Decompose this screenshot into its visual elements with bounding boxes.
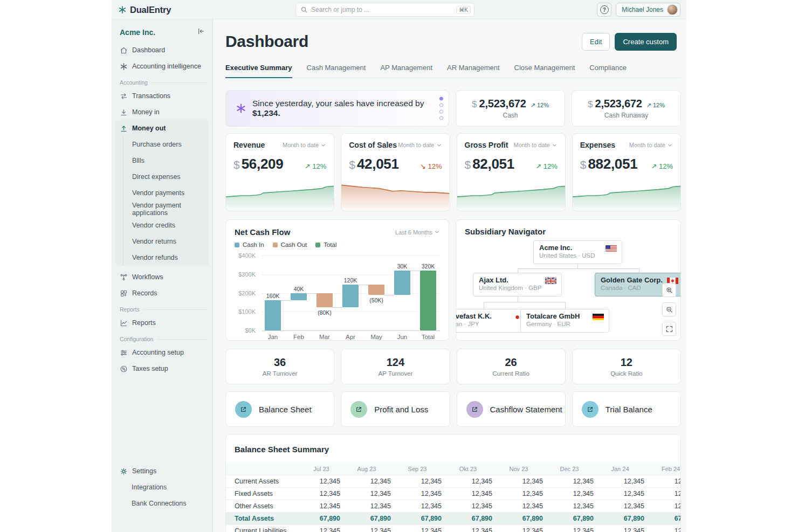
tab-ar-management[interactable]: AR Management [447, 64, 500, 78]
uk-flag-icon [545, 277, 556, 284]
balance-sheet-summary-card: Balance Sheet Summary Jul 23Aug 23Sep 23… [225, 434, 681, 532]
subsidiary-node-totalcare[interactable]: Totalcare GmbH Germany · EUR [520, 309, 609, 333]
subsidiary-navigator-title: Subsidiary Navigator [465, 227, 546, 236]
edit-button[interactable]: Edit [582, 33, 610, 51]
sidebar-item-reports[interactable]: Reports [112, 315, 212, 331]
spark-icon [120, 63, 128, 71]
tab-ap-management[interactable]: AP Management [380, 64, 432, 78]
legend-cash-in: Cash In [235, 241, 264, 248]
tab-close-management[interactable]: Close Management [514, 64, 575, 78]
sidebar-item-settings[interactable]: Settings [112, 463, 212, 479]
x-axis-label: May [363, 334, 389, 340]
sidebar-item-money-in[interactable]: Money in [112, 104, 212, 120]
header-cell: Sep 23 [392, 466, 443, 472]
y-axis-tick: $100K [235, 308, 256, 315]
zoom-out-button[interactable] [662, 302, 676, 316]
sidebar-item-vendor-credits[interactable]: Vendor credits [123, 217, 209, 233]
cost-of-sales-period-dropdown[interactable]: Month to date [398, 142, 442, 148]
balance-sheet-link[interactable]: Balance Sheet [225, 391, 334, 427]
tab-compliance[interactable]: Compliance [589, 64, 627, 78]
pager-dot[interactable] [439, 116, 443, 120]
org-connector [518, 268, 518, 273]
insight-banner: Since yesterday, your sales have increas… [225, 90, 449, 127]
records-icon [120, 289, 128, 298]
trial-balance-link[interactable]: Trial Balance [572, 391, 681, 427]
zoom-in-button[interactable] [662, 283, 676, 297]
org-connector [484, 302, 565, 302]
tab-executive-summary[interactable]: Executive Summary [225, 64, 292, 78]
profit-and-loss-link[interactable]: Profit and Loss [341, 391, 450, 427]
sidebar-item-integrations[interactable]: Integrations [112, 479, 212, 495]
search-placeholder: Search or jump to ... [311, 6, 456, 13]
quick-ratio-card: 12Quick Ratio [572, 349, 681, 384]
sidebar-item-accounting-intelligence[interactable]: Accounting intelligence [112, 58, 212, 74]
sidebar-item-accounting-setup[interactable]: Accounting setup [112, 344, 212, 361]
external-link-icon [350, 401, 367, 418]
subsidiary-node-ajax[interactable]: Ajax Ltd. United Kingdom · GBP [473, 273, 562, 296]
sidebar-item-taxes-setup[interactable]: Taxes setup [112, 361, 212, 377]
subsidiary-node-movefast[interactable]: Movefast K.K. Japan · JPY [456, 309, 528, 333]
net-cash-flow-period-dropdown[interactable]: Last 6 Months [395, 229, 440, 236]
org-connector [484, 302, 484, 309]
table-cell: 12,345 [595, 490, 645, 498]
subsidiary-node-acme[interactable]: Acme Inc. United States · USD [533, 240, 622, 264]
money-in-icon [120, 108, 128, 116]
germany-flag-icon [593, 313, 604, 320]
chevron-down-icon [552, 142, 558, 148]
sidebar-item-dashboard[interactable]: Dashboard [112, 42, 212, 58]
cashflow-statement-link[interactable]: Cashflow Statement [457, 391, 566, 427]
sidebar-item-bills[interactable]: Bills [123, 153, 209, 169]
user-menu[interactable]: Michael Jones [616, 3, 680, 17]
waterfall-bar-total [420, 271, 436, 330]
pager-dot[interactable] [439, 110, 443, 114]
help-button[interactable]: ? [597, 3, 611, 17]
table-cell: 67,890 [493, 515, 544, 522]
topbar: DualEntry Search or jump to ... ⌘K ? Mic… [112, 0, 686, 19]
sidebar-item-vendor-payment-applications[interactable]: Vendor payment applications [123, 201, 209, 217]
table-cell: 67,890 [392, 515, 443, 522]
sidebar-item-records[interactable]: Records [112, 285, 212, 301]
expenses-sparkline [573, 179, 680, 211]
y-axis-tick: $300K [235, 271, 256, 278]
bar-value-label: 320K [415, 263, 441, 270]
sidebar-item-vendor-returns[interactable]: Vendor returns [123, 233, 209, 250]
tab-cash-management[interactable]: Cash Management [307, 64, 366, 78]
dualentry-logo-icon [118, 5, 127, 14]
dashboard-tabs: Executive SummaryCash ManagementAP Manag… [225, 64, 681, 78]
waterfall-connector [307, 293, 317, 294]
table-cell: 12,345 [443, 527, 493, 532]
row-label: Current Assets [226, 478, 301, 485]
sidebar-item-workflows[interactable]: Workflows [112, 269, 212, 285]
avatar [667, 4, 678, 15]
sidebar-item-transactions[interactable]: Transactions [112, 88, 212, 104]
gross-profit-period-dropdown[interactable]: Month to date [513, 142, 557, 148]
expenses-period-dropdown[interactable]: Month to date [629, 142, 673, 148]
sidebar-collapse-button[interactable] [197, 27, 205, 36]
money-out-group: Money out Purchase orders Bills Direct e… [115, 120, 209, 266]
us-flag-icon [606, 245, 617, 252]
sidebar-item-vendor-refunds[interactable]: Vendor refunds [123, 250, 209, 266]
table-cell: 12,345 [301, 490, 341, 498]
gridline [262, 255, 440, 256]
sidebar-item-money-out[interactable]: Money out [115, 120, 209, 136]
revenue-period-dropdown[interactable]: Month to date [283, 142, 326, 148]
org-connector [518, 268, 639, 269]
chevron-down-icon [667, 142, 673, 148]
x-axis-label: Jun [389, 334, 415, 340]
org-switcher[interactable]: Acme Inc. [120, 28, 155, 37]
sidebar-item-bank-connections[interactable]: Bank Connections [112, 495, 212, 512]
pager-dot[interactable] [439, 103, 443, 107]
sidebar-item-direct-expenses[interactable]: Direct expenses [123, 169, 209, 185]
sidebar-item-vendor-payments[interactable]: Vendor payments [123, 185, 209, 201]
x-axis-label: Mar [312, 334, 338, 340]
table-row: Current Liabilities12,34512,34512,34512,… [226, 524, 681, 532]
search-input[interactable]: Search or jump to ... ⌘K [295, 3, 474, 17]
table-cell: 12,345 [645, 478, 681, 485]
header-cell: Jul 23 [301, 466, 341, 472]
sidebar-item-purchase-orders[interactable]: Purchase orders [123, 136, 209, 153]
create-custom-button[interactable]: Create custom [615, 33, 677, 51]
table-cell: 67,890 [341, 515, 392, 522]
bar-value-label: (50K) [363, 297, 389, 303]
fullscreen-button[interactable] [662, 322, 676, 336]
pager-dot[interactable] [439, 97, 443, 101]
